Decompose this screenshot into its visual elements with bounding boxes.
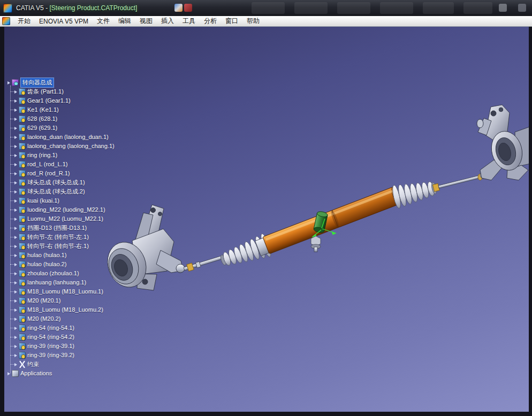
menu-item[interactable]: 编辑 [114, 16, 135, 26]
menu-item[interactable]: 窗口 [221, 16, 242, 26]
expand-arrow-icon[interactable] [14, 181, 17, 184]
tree-item[interactable]: ring-39 (ring-39.1) [4, 342, 115, 351]
expand-arrow-icon[interactable] [14, 209, 17, 212]
expand-arrow-icon[interactable] [14, 154, 17, 157]
tree-item[interactable]: ring (ring.1) [4, 151, 115, 160]
tree-item[interactable]: luoding_M22 (luoding_M22.1) [4, 205, 115, 214]
tree-item-label[interactable]: ring-39 (ring-39.2) [27, 351, 74, 360]
expand-arrow-icon[interactable] [14, 281, 17, 284]
tree-item-label[interactable]: hulao (hulao.2) [27, 260, 66, 269]
tree-item[interactable]: rod_R (rod_R.1) [4, 169, 115, 178]
expand-arrow-icon[interactable] [14, 109, 17, 112]
menu-item[interactable]: ENOVIA V5 VPM [35, 16, 93, 26]
tree-item[interactable]: ring-54 (ring-54.1) [4, 323, 115, 333]
rack-housing-tube[interactable] [255, 186, 402, 257]
tree-item-label[interactable]: laolong_chang (laolong_chang.1) [27, 142, 115, 151]
expand-arrow-icon[interactable] [7, 372, 10, 375]
tree-item[interactable]: hulao (hulao.1) [4, 251, 115, 260]
tree-item-label[interactable]: luoding_M22 (luoding_M22.1) [27, 205, 105, 214]
tree-item[interactable]: zhoulao (zhoulao.1) [4, 269, 115, 278]
menu-item[interactable]: 视图 [135, 16, 157, 26]
tree-item[interactable]: ring-39 (ring-39.2) [4, 351, 115, 360]
tree-item[interactable]: 628 (628.1) [4, 114, 115, 124]
expand-arrow-icon[interactable] [14, 345, 17, 348]
tree-item-label[interactable]: Luomu_M22 (Luomu_M22.1) [27, 214, 103, 224]
expand-arrow-icon[interactable] [14, 99, 17, 103]
tree-item[interactable]: kuai (kuai.1) [4, 196, 115, 205]
menu-item[interactable]: 文件 [93, 16, 114, 26]
tree-item-applications[interactable]: Applications [4, 369, 115, 378]
expand-arrow-icon[interactable] [14, 263, 17, 266]
tree-item-label[interactable]: 球头总成 (球头总成.2) [27, 187, 85, 196]
tree-item-label[interactable]: 齿条 (Part1.1) [27, 87, 64, 96]
expand-arrow-icon[interactable] [7, 81, 10, 84]
tree-item-label[interactable]: rod_R (rod_R.1) [27, 169, 70, 178]
right-steering-knuckle[interactable] [477, 105, 529, 180]
tree-item[interactable]: 转向节-右 (转向节-右.1) [4, 242, 115, 251]
tree-item[interactable]: M20 (M20.1) [4, 296, 115, 305]
expand-arrow-icon[interactable] [14, 336, 17, 339]
tree-item[interactable]: laolong_chang (laolong_chang.1) [4, 142, 115, 151]
expand-arrow-icon[interactable] [14, 290, 17, 294]
tree-item[interactable]: rod_L (rod_L.1) [4, 160, 115, 169]
expand-arrow-icon[interactable] [14, 272, 17, 275]
menu-item[interactable]: 插入 [157, 16, 178, 26]
tree-item-label[interactable]: ring (ring.1) [27, 151, 57, 160]
expand-arrow-icon[interactable] [14, 245, 17, 248]
expand-arrow-icon[interactable] [14, 172, 17, 175]
tree-item[interactable]: 转向节-左 (转向节-左.1) [4, 233, 115, 242]
tree-item-label[interactable]: Gear1 (Gear1.1) [27, 96, 71, 105]
tree-item-label[interactable]: M18_Luomu (M18_Luomu.1) [27, 287, 103, 296]
tree-item-label[interactable]: M20 (M20.2) [27, 314, 60, 323]
expand-arrow-icon[interactable] [14, 145, 17, 148]
tree-root-label[interactable]: 转向器总成 [20, 78, 54, 88]
expand-arrow-icon[interactable] [14, 218, 17, 221]
tree-item-label[interactable]: 挡圈-D13 (挡圈-D13.1) [27, 224, 87, 233]
tree-item-label[interactable]: 转向节-左 (转向节-左.1) [27, 233, 89, 242]
expand-arrow-icon[interactable] [14, 190, 17, 194]
tree-item[interactable]: hulao (hulao.2) [4, 260, 115, 269]
tree-item-label[interactable]: laolong_duan (laolong_duan.1) [27, 133, 109, 142]
tree-item-label[interactable]: 628 (628.1) [27, 114, 57, 124]
tree-item[interactable]: 齿条 (Part1.1) [4, 87, 115, 96]
expand-arrow-icon[interactable] [14, 254, 17, 257]
tree-item[interactable]: ring-54 (ring-54.2) [4, 333, 115, 342]
tree-item[interactable]: laolong_duan (laolong_duan.1) [4, 133, 115, 142]
tree-item[interactable]: M20 (M20.2) [4, 314, 115, 323]
tree-item[interactable]: Luomu_M22 (Luomu_M22.1) [4, 214, 115, 224]
tree-item-label[interactable]: M18_Luomu (M18_Luomu.2) [27, 305, 103, 314]
expand-arrow-icon[interactable] [14, 127, 17, 130]
tree-root-node[interactable]: 转向器总成 [4, 78, 115, 87]
tree-item[interactable]: 629 (629.1) [4, 124, 115, 133]
tree-item[interactable]: Gear1 (Gear1.1) [4, 96, 115, 105]
tree-item[interactable]: lanhuang (lanhuang.1) [4, 278, 115, 287]
menu-item[interactable]: 工具 [178, 16, 200, 26]
menu-item[interactable]: 分析 [200, 16, 221, 26]
right-bellows-boot[interactable] [391, 176, 439, 209]
tree-item-label[interactable]: ring-54 (ring-54.2) [27, 333, 74, 342]
tree-item[interactable]: 球头总成 (球头总成.2) [4, 187, 115, 196]
expand-arrow-icon[interactable] [14, 327, 17, 330]
tree-item-label[interactable]: 约束 [27, 360, 39, 369]
tree-item-label[interactable]: 629 (629.1) [27, 124, 57, 133]
menu-item[interactable]: 帮助 [242, 16, 264, 26]
expand-arrow-icon[interactable] [14, 163, 17, 166]
expand-arrow-icon[interactable] [14, 363, 17, 366]
tree-item[interactable]: Ke1 (Ke1.1) [4, 105, 115, 114]
3d-viewport[interactable]: 转向器总成 齿条 (Part1.1)Gear1 (Gear1.1)Ke1 (Ke… [4, 27, 529, 412]
title-bar[interactable]: CATIA V5 - [Steering Product.CATProduct] [0, 0, 532, 16]
tree-item[interactable]: 挡圈-D13 (挡圈-D13.1) [4, 224, 115, 233]
tree-item-label[interactable]: kuai (kuai.1) [27, 196, 59, 205]
expand-arrow-icon[interactable] [14, 199, 17, 203]
expand-arrow-icon[interactable] [14, 90, 17, 94]
expand-arrow-icon[interactable] [14, 227, 17, 230]
tree-item[interactable]: M18_Luomu (M18_Luomu.2) [4, 305, 115, 314]
menu-item[interactable]: 开始 [13, 16, 35, 26]
expand-arrow-icon[interactable] [14, 309, 17, 312]
expand-arrow-icon[interactable] [14, 236, 17, 239]
tree-item-label[interactable]: 转向节-右 (转向节-右.1) [27, 242, 89, 251]
right-tie-rod[interactable] [432, 171, 488, 191]
expand-arrow-icon[interactable] [14, 299, 17, 303]
tree-item-label[interactable]: lanhuang (lanhuang.1) [27, 278, 86, 287]
expand-arrow-icon[interactable] [14, 318, 17, 321]
